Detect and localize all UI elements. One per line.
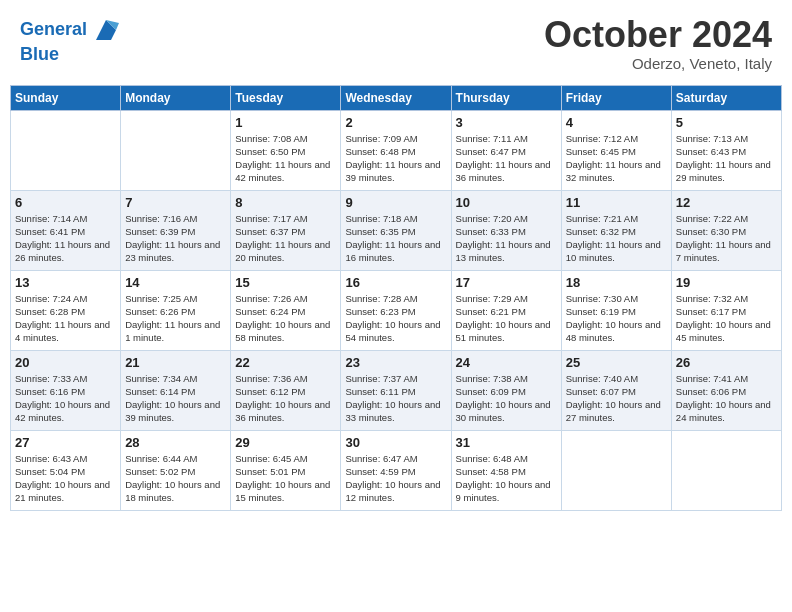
day-number: 1 xyxy=(235,115,336,130)
day-number: 7 xyxy=(125,195,226,210)
day-info: Sunrise: 7:34 AMSunset: 6:14 PMDaylight:… xyxy=(125,372,226,425)
calendar-cell xyxy=(121,110,231,190)
calendar-cell: 15 Sunrise: 7:26 AMSunset: 6:24 PMDaylig… xyxy=(231,270,341,350)
calendar-table: Sunday Monday Tuesday Wednesday Thursday… xyxy=(10,85,782,511)
calendar-cell: 29 Sunrise: 6:45 AMSunset: 5:01 PMDaylig… xyxy=(231,430,341,510)
day-number: 22 xyxy=(235,355,336,370)
calendar-cell: 10 Sunrise: 7:20 AMSunset: 6:33 PMDaylig… xyxy=(451,190,561,270)
calendar-cell: 5 Sunrise: 7:13 AMSunset: 6:43 PMDayligh… xyxy=(671,110,781,190)
day-info: Sunrise: 7:25 AMSunset: 6:26 PMDaylight:… xyxy=(125,292,226,345)
header-sunday: Sunday xyxy=(11,85,121,110)
month-title: October 2024 xyxy=(544,15,772,55)
calendar-cell: 26 Sunrise: 7:41 AMSunset: 6:06 PMDaylig… xyxy=(671,350,781,430)
day-number: 3 xyxy=(456,115,557,130)
calendar-cell: 11 Sunrise: 7:21 AMSunset: 6:32 PMDaylig… xyxy=(561,190,671,270)
calendar-week-row: 20 Sunrise: 7:33 AMSunset: 6:16 PMDaylig… xyxy=(11,350,782,430)
day-info: Sunrise: 6:43 AMSunset: 5:04 PMDaylight:… xyxy=(15,452,116,505)
day-info: Sunrise: 7:20 AMSunset: 6:33 PMDaylight:… xyxy=(456,212,557,265)
logo-icon xyxy=(91,15,121,45)
day-number: 9 xyxy=(345,195,446,210)
day-number: 6 xyxy=(15,195,116,210)
calendar-cell: 12 Sunrise: 7:22 AMSunset: 6:30 PMDaylig… xyxy=(671,190,781,270)
calendar-cell xyxy=(671,430,781,510)
header-thursday: Thursday xyxy=(451,85,561,110)
calendar-cell: 2 Sunrise: 7:09 AMSunset: 6:48 PMDayligh… xyxy=(341,110,451,190)
day-number: 27 xyxy=(15,435,116,450)
calendar-cell: 20 Sunrise: 7:33 AMSunset: 6:16 PMDaylig… xyxy=(11,350,121,430)
day-info: Sunrise: 7:09 AMSunset: 6:48 PMDaylight:… xyxy=(345,132,446,185)
day-info: Sunrise: 7:24 AMSunset: 6:28 PMDaylight:… xyxy=(15,292,116,345)
day-info: Sunrise: 7:38 AMSunset: 6:09 PMDaylight:… xyxy=(456,372,557,425)
day-info: Sunrise: 7:13 AMSunset: 6:43 PMDaylight:… xyxy=(676,132,777,185)
calendar-cell: 9 Sunrise: 7:18 AMSunset: 6:35 PMDayligh… xyxy=(341,190,451,270)
day-number: 12 xyxy=(676,195,777,210)
calendar-week-row: 1 Sunrise: 7:08 AMSunset: 6:50 PMDayligh… xyxy=(11,110,782,190)
calendar-cell: 14 Sunrise: 7:25 AMSunset: 6:26 PMDaylig… xyxy=(121,270,231,350)
day-number: 14 xyxy=(125,275,226,290)
day-number: 16 xyxy=(345,275,446,290)
day-info: Sunrise: 7:32 AMSunset: 6:17 PMDaylight:… xyxy=(676,292,777,345)
day-info: Sunrise: 7:33 AMSunset: 6:16 PMDaylight:… xyxy=(15,372,116,425)
calendar-cell: 25 Sunrise: 7:40 AMSunset: 6:07 PMDaylig… xyxy=(561,350,671,430)
calendar-cell: 22 Sunrise: 7:36 AMSunset: 6:12 PMDaylig… xyxy=(231,350,341,430)
day-number: 28 xyxy=(125,435,226,450)
day-number: 17 xyxy=(456,275,557,290)
calendar-cell: 23 Sunrise: 7:37 AMSunset: 6:11 PMDaylig… xyxy=(341,350,451,430)
day-info: Sunrise: 7:26 AMSunset: 6:24 PMDaylight:… xyxy=(235,292,336,345)
calendar-cell: 21 Sunrise: 7:34 AMSunset: 6:14 PMDaylig… xyxy=(121,350,231,430)
calendar-cell: 24 Sunrise: 7:38 AMSunset: 6:09 PMDaylig… xyxy=(451,350,561,430)
calendar-cell: 31 Sunrise: 6:48 AMSunset: 4:58 PMDaylig… xyxy=(451,430,561,510)
logo-blue-text: Blue xyxy=(20,45,121,65)
header-monday: Monday xyxy=(121,85,231,110)
day-info: Sunrise: 6:45 AMSunset: 5:01 PMDaylight:… xyxy=(235,452,336,505)
calendar-cell: 4 Sunrise: 7:12 AMSunset: 6:45 PMDayligh… xyxy=(561,110,671,190)
day-info: Sunrise: 7:28 AMSunset: 6:23 PMDaylight:… xyxy=(345,292,446,345)
header-wednesday: Wednesday xyxy=(341,85,451,110)
day-number: 5 xyxy=(676,115,777,130)
page-header: General Blue October 2024 Oderzo, Veneto… xyxy=(10,10,782,77)
day-info: Sunrise: 6:47 AMSunset: 4:59 PMDaylight:… xyxy=(345,452,446,505)
calendar-cell: 27 Sunrise: 6:43 AMSunset: 5:04 PMDaylig… xyxy=(11,430,121,510)
calendar-cell: 3 Sunrise: 7:11 AMSunset: 6:47 PMDayligh… xyxy=(451,110,561,190)
day-number: 19 xyxy=(676,275,777,290)
day-info: Sunrise: 6:48 AMSunset: 4:58 PMDaylight:… xyxy=(456,452,557,505)
location-subtitle: Oderzo, Veneto, Italy xyxy=(544,55,772,72)
day-info: Sunrise: 7:16 AMSunset: 6:39 PMDaylight:… xyxy=(125,212,226,265)
day-number: 11 xyxy=(566,195,667,210)
day-info: Sunrise: 7:12 AMSunset: 6:45 PMDaylight:… xyxy=(566,132,667,185)
day-number: 18 xyxy=(566,275,667,290)
day-info: Sunrise: 7:18 AMSunset: 6:35 PMDaylight:… xyxy=(345,212,446,265)
day-number: 25 xyxy=(566,355,667,370)
day-number: 29 xyxy=(235,435,336,450)
day-number: 2 xyxy=(345,115,446,130)
day-info: Sunrise: 7:14 AMSunset: 6:41 PMDaylight:… xyxy=(15,212,116,265)
day-info: Sunrise: 7:41 AMSunset: 6:06 PMDaylight:… xyxy=(676,372,777,425)
day-info: Sunrise: 7:08 AMSunset: 6:50 PMDaylight:… xyxy=(235,132,336,185)
day-info: Sunrise: 7:22 AMSunset: 6:30 PMDaylight:… xyxy=(676,212,777,265)
day-number: 31 xyxy=(456,435,557,450)
day-info: Sunrise: 7:17 AMSunset: 6:37 PMDaylight:… xyxy=(235,212,336,265)
calendar-cell xyxy=(561,430,671,510)
calendar-cell: 1 Sunrise: 7:08 AMSunset: 6:50 PMDayligh… xyxy=(231,110,341,190)
header-saturday: Saturday xyxy=(671,85,781,110)
day-info: Sunrise: 7:40 AMSunset: 6:07 PMDaylight:… xyxy=(566,372,667,425)
calendar-header-row: Sunday Monday Tuesday Wednesday Thursday… xyxy=(11,85,782,110)
calendar-week-row: 27 Sunrise: 6:43 AMSunset: 5:04 PMDaylig… xyxy=(11,430,782,510)
calendar-cell xyxy=(11,110,121,190)
day-number: 20 xyxy=(15,355,116,370)
calendar-cell: 7 Sunrise: 7:16 AMSunset: 6:39 PMDayligh… xyxy=(121,190,231,270)
day-info: Sunrise: 7:37 AMSunset: 6:11 PMDaylight:… xyxy=(345,372,446,425)
day-number: 13 xyxy=(15,275,116,290)
calendar-cell: 16 Sunrise: 7:28 AMSunset: 6:23 PMDaylig… xyxy=(341,270,451,350)
day-number: 10 xyxy=(456,195,557,210)
day-number: 24 xyxy=(456,355,557,370)
calendar-cell: 6 Sunrise: 7:14 AMSunset: 6:41 PMDayligh… xyxy=(11,190,121,270)
logo: General Blue xyxy=(20,15,121,65)
calendar-cell: 30 Sunrise: 6:47 AMSunset: 4:59 PMDaylig… xyxy=(341,430,451,510)
day-info: Sunrise: 7:36 AMSunset: 6:12 PMDaylight:… xyxy=(235,372,336,425)
calendar-cell: 18 Sunrise: 7:30 AMSunset: 6:19 PMDaylig… xyxy=(561,270,671,350)
day-number: 26 xyxy=(676,355,777,370)
logo-text: General xyxy=(20,20,87,40)
day-info: Sunrise: 7:11 AMSunset: 6:47 PMDaylight:… xyxy=(456,132,557,185)
calendar-cell: 19 Sunrise: 7:32 AMSunset: 6:17 PMDaylig… xyxy=(671,270,781,350)
